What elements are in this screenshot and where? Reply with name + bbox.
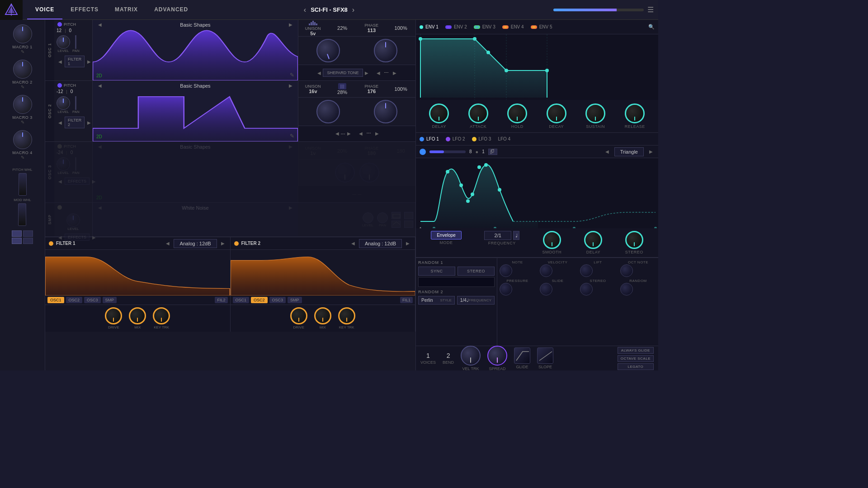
filter2-display[interactable]	[231, 250, 415, 296]
veltrk-knob[interactable]	[461, 346, 481, 366]
osc1-unison-val[interactable]: 5v	[310, 31, 316, 36]
pattern-icon-2[interactable]	[12, 238, 22, 244]
lfo-shape-prev[interactable]: ◀	[604, 148, 611, 155]
osc1-eff2-next[interactable]: ▶	[391, 70, 398, 76]
osc2-eff-prev[interactable]: ◀	[334, 130, 341, 137]
osc1-waveform[interactable]: ◀ Basic Shapes ▶ 2D ✎	[93, 20, 298, 80]
menu-icon[interactable]: ☰	[647, 5, 654, 14]
osc1-pitch-val[interactable]: 12	[57, 28, 61, 33]
smp-icon3[interactable]	[404, 212, 413, 219]
filter1-fwd-btn[interactable]: FIL2	[215, 297, 227, 303]
osc1-wave-next[interactable]: ▶	[287, 21, 294, 28]
filter1-osc3-btn[interactable]: OSC3	[84, 297, 101, 303]
osc1-eff2-prev[interactable]: ◀	[375, 70, 382, 76]
lfo-paint-icon[interactable]	[420, 149, 426, 155]
tab-lfo1[interactable]: LFO 1	[420, 136, 439, 141]
osc1-edit-pencil[interactable]: ✎	[290, 72, 294, 78]
osc1-unison-pct-val[interactable]: 22%	[337, 25, 347, 31]
osc2-eff-next[interactable]: ▶	[345, 130, 353, 137]
osc2-wave-prev[interactable]: ◀	[96, 82, 104, 89]
osc1-filter-btn[interactable]: FILTER 1	[65, 56, 85, 67]
osc2-pitch-val[interactable]: -12	[57, 89, 63, 94]
osc2-phase-val[interactable]: 176	[368, 89, 376, 94]
env-display[interactable]	[416, 34, 658, 100]
osc3-filter-prev[interactable]: ◀	[57, 178, 64, 185]
osc2-phase-pct-val[interactable]: 100%	[395, 86, 407, 92]
octave-scale-btn[interactable]: OCTAVE SCALE	[618, 355, 654, 362]
lfo-shape-next[interactable]: ▶	[647, 148, 655, 155]
osc2-filter-prev[interactable]: ◀	[57, 119, 64, 126]
osc2-wave-next[interactable]: ▶	[287, 82, 294, 89]
tab-lfo3[interactable]: LFO 3	[472, 136, 491, 141]
env-release-knob[interactable]	[625, 103, 645, 123]
lfo-rate-slider[interactable]	[429, 150, 466, 153]
osc1-filter-next[interactable]: ▶	[85, 58, 93, 65]
filter2-osc3-btn[interactable]: OSC3	[269, 297, 286, 303]
osc2-eff2-next[interactable]: ▶	[373, 130, 381, 137]
tab-env5[interactable]: ENV 5	[531, 24, 552, 29]
filter1-drive-knob[interactable]	[105, 307, 122, 324]
filter2-smp-btn[interactable]: SMP	[288, 297, 302, 303]
macro-4-edit[interactable]: ✎	[21, 155, 24, 160]
smp-filter-prev[interactable]: ◀	[57, 234, 64, 241]
osc2-active-dot[interactable]	[57, 83, 62, 88]
osc2-unison-val[interactable]: 16v	[309, 89, 317, 94]
env-attack-knob[interactable]	[468, 103, 488, 123]
lfo-stereo-knob[interactable]	[625, 231, 643, 249]
pattern-icon-1[interactable]	[12, 230, 22, 237]
filter2-osc1-btn[interactable]: OSC1	[233, 297, 250, 303]
mod-slide-knob[interactable]	[540, 283, 552, 296]
osc2-phase-knob[interactable]	[374, 100, 397, 123]
osc2-filter-btn[interactable]: FILTER 2	[65, 117, 85, 128]
osc1-level-knob[interactable]	[57, 35, 70, 49]
osc1-unison-knob[interactable]	[316, 39, 340, 62]
tab-lfo4[interactable]: LFO 4	[498, 136, 510, 141]
always-glide-btn[interactable]: ALWAYS GLIDE	[618, 347, 654, 354]
mod-velocity-knob[interactable]	[540, 264, 552, 277]
mod-lift-knob[interactable]	[580, 264, 593, 277]
lfo-smooth-knob[interactable]	[543, 231, 561, 249]
osc3-wave-prev[interactable]: ◀	[96, 143, 104, 150]
tab-effects[interactable]: EFFECTS	[62, 0, 107, 19]
osc2-edit-pencil[interactable]: ✎	[290, 133, 294, 139]
macro-1-knob[interactable]	[13, 24, 32, 43]
osc3-fine-val[interactable]: 0	[71, 150, 73, 155]
lfo-note-icon[interactable]	[488, 149, 497, 155]
macro-1-edit[interactable]: ✎	[21, 49, 24, 54]
bend-val[interactable]: 2	[447, 352, 450, 359]
filter2-drive-knob[interactable]	[290, 307, 307, 324]
smp-waveform[interactable]: ◀ White Noise ▶	[93, 203, 298, 236]
filter2-type[interactable]: Analog : 12dB	[359, 239, 402, 248]
osc1-filter-prev[interactable]: ◀	[57, 58, 64, 65]
tab-lfo2[interactable]: LFO 2	[446, 136, 465, 141]
osc2-unison-knob[interactable]	[316, 100, 340, 123]
osc3-filter-btn[interactable]: EFFECTS	[65, 178, 90, 185]
lfo-freq-val[interactable]: 2/1	[484, 231, 511, 240]
tab-env2[interactable]: ENV 2	[445, 24, 467, 29]
glide-shape[interactable]	[514, 347, 530, 364]
smp-wave-next[interactable]: ▶	[287, 204, 294, 211]
env-delay-knob[interactable]	[429, 103, 449, 123]
osc1-fine-val[interactable]: 0	[69, 28, 71, 33]
osc3-knob1[interactable]	[335, 163, 355, 183]
filter2-osc2-btn[interactable]: OSC2	[251, 297, 268, 303]
filter1-mix-knob[interactable]	[129, 307, 146, 324]
env-search-icon[interactable]: 🔍	[648, 24, 655, 30]
filter1-prev[interactable]: ◀	[164, 240, 171, 247]
filter1-keytrk-knob[interactable]	[153, 307, 170, 324]
osc2-eff2-prev[interactable]: ◀	[357, 130, 364, 137]
osc1-phase-val[interactable]: 113	[368, 28, 376, 33]
osc2-fine-val[interactable]: 0	[71, 89, 73, 94]
macro-3-knob[interactable]	[13, 95, 32, 114]
osc1-eff-next[interactable]: ▶	[363, 70, 370, 76]
lfo-sync-val[interactable]: 1	[482, 149, 485, 154]
smp-active-dot[interactable]	[57, 205, 62, 210]
pitch-wheel[interactable]	[19, 173, 27, 196]
pattern-icon-3[interactable]	[23, 230, 33, 237]
tab-advanced[interactable]: ADVANCED	[146, 0, 196, 19]
smp-wave-prev[interactable]: ◀	[96, 204, 104, 211]
macro-2-knob[interactable]	[13, 60, 32, 79]
osc3-knob2[interactable]	[359, 163, 379, 183]
macro-2-edit[interactable]: ✎	[21, 84, 24, 89]
env-sustain-knob[interactable]	[585, 103, 605, 123]
